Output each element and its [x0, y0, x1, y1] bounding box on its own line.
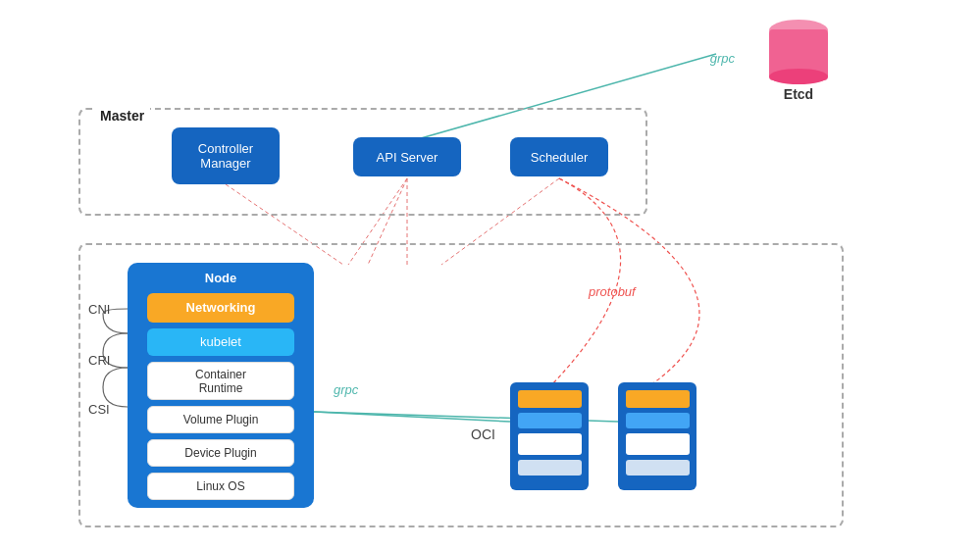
grpc-node-label: grpc [334, 382, 358, 397]
container-runtime-component: Container Runtime [147, 362, 294, 401]
scheduler-label: Scheduler [531, 150, 589, 165]
controller-manager: Controller Manager [172, 127, 280, 184]
node-inner-label: Node [205, 271, 237, 285]
master-label: Master [94, 108, 150, 124]
scheduler: Scheduler [510, 137, 608, 176]
etcd-bottom [769, 69, 828, 84]
csi-label: CSI [88, 402, 110, 417]
oci-container-2 [618, 382, 696, 490]
container-bar-blue-2 [626, 413, 690, 428]
controller-manager-label: Controller Manager [198, 141, 253, 171]
networking-component: Networking [147, 293, 294, 323]
etcd-label: Etcd [784, 86, 813, 102]
api-server: API Server [353, 137, 461, 176]
container-bar-orange-2 [626, 390, 690, 408]
oci-container-1 [510, 382, 589, 490]
protobuf-label: protobuf [589, 284, 636, 299]
device-plugin-component: Device Plugin [147, 439, 294, 467]
cri-label: CRI [88, 353, 110, 368]
container-bar-white-sm-2 [626, 460, 690, 476]
oci-label: OCI [471, 426, 495, 442]
node-inner-box: Node Networking kubelet Container Runtim… [128, 263, 314, 508]
container-bar-white-1 [518, 433, 582, 455]
container-bar-blue-1 [518, 413, 582, 428]
diagram-container: Etcd grpc Master Controller Manager API … [0, 0, 980, 551]
etcd-component: Etcd [769, 18, 828, 102]
cni-label: CNI [88, 302, 110, 317]
container-bar-white-sm-1 [518, 460, 582, 476]
container-bar-white-2 [626, 433, 690, 455]
kubelet-component: kubelet [147, 328, 294, 356]
etcd-icon [769, 18, 828, 84]
container-bar-orange-1 [518, 390, 582, 408]
api-server-label: API Server [377, 150, 438, 165]
volume-plugin-component: Volume Plugin [147, 406, 294, 433]
grpc-top-label: grpc [710, 51, 735, 66]
linux-os-component: Linux OS [147, 473, 294, 500]
